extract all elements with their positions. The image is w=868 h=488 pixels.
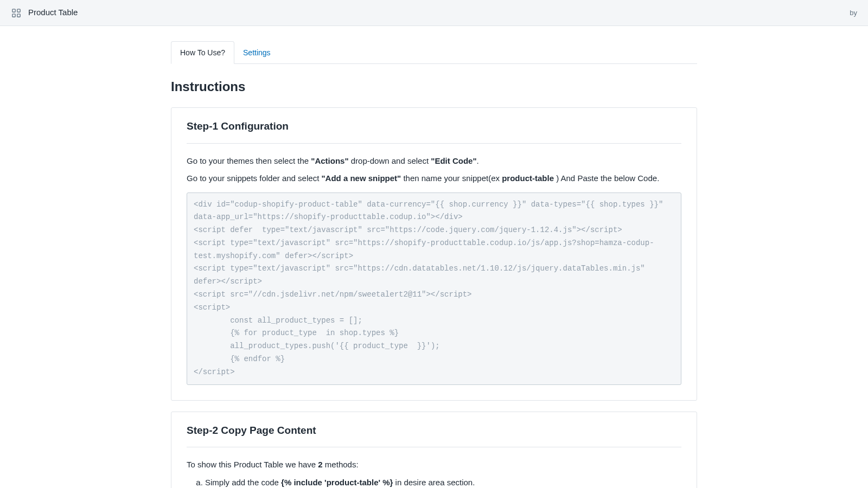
step1-line1-mid: drop-down and select <box>349 156 431 165</box>
method-a-before: Simply add the code <box>205 478 281 487</box>
methods-list: Simply add the code {% include 'product-… <box>187 476 681 488</box>
step1-line1-before: Go to your themes then select the <box>187 156 311 165</box>
step1-line2-mid: then name your snippet(ex <box>401 174 502 183</box>
tabs: How To Use? Settings <box>171 41 697 64</box>
method-a: Simply add the code {% include 'product-… <box>205 476 681 488</box>
step2-title: Step-2 Copy Page Content <box>187 423 681 448</box>
step2-intro-bold: 2 <box>318 460 322 469</box>
step2-card: Step-2 Copy Page Content To show this Pr… <box>171 412 697 488</box>
top-bar-left: Product Table <box>11 7 78 19</box>
svg-rect-3 <box>17 14 20 16</box>
tab-settings[interactable]: Settings <box>234 41 279 63</box>
step1-line2: Go to your snippets folder and select "A… <box>187 172 681 185</box>
method-a-after: in desire area section. <box>393 478 475 487</box>
main-content: How To Use? Settings Instructions Step-1… <box>160 41 708 488</box>
step1-line1-after: . <box>477 156 479 165</box>
step2-intro-before: To show this Product Table we have <box>187 460 318 469</box>
code-block[interactable]: <div id="codup-shopify-product-table" da… <box>187 192 681 385</box>
page-title: Instructions <box>171 77 697 97</box>
svg-rect-2 <box>12 14 15 16</box>
step1-line1-bold2: "Edit Code" <box>431 156 476 165</box>
step1-title: Step-1 Configuration <box>187 119 681 144</box>
top-bar: Product Table by <box>0 0 868 26</box>
svg-rect-1 <box>17 9 20 11</box>
step1-card: Step-1 Configuration Go to your themes t… <box>171 107 697 401</box>
app-grid-icon <box>11 8 22 18</box>
step1-line2-bold1: "Add a new snippet" <box>321 174 401 183</box>
step1-line1: Go to your themes then select the "Actio… <box>187 155 681 168</box>
method-a-bold: {% include 'product-table' %} <box>281 478 393 487</box>
step1-line2-after: ) And Paste the below Code. <box>554 174 659 183</box>
by-text: by <box>850 8 857 18</box>
step1-line1-bold1: "Actions" <box>311 156 348 165</box>
tab-how-to-use[interactable]: How To Use? <box>171 41 234 64</box>
step2-intro-after: methods: <box>323 460 359 469</box>
step2-intro: To show this Product Table we have 2 met… <box>187 458 681 471</box>
app-title: Product Table <box>28 7 78 19</box>
step1-line2-before: Go to your snippets folder and select <box>187 174 321 183</box>
svg-rect-0 <box>12 9 15 11</box>
step1-line2-bold2: product-table <box>502 174 554 183</box>
